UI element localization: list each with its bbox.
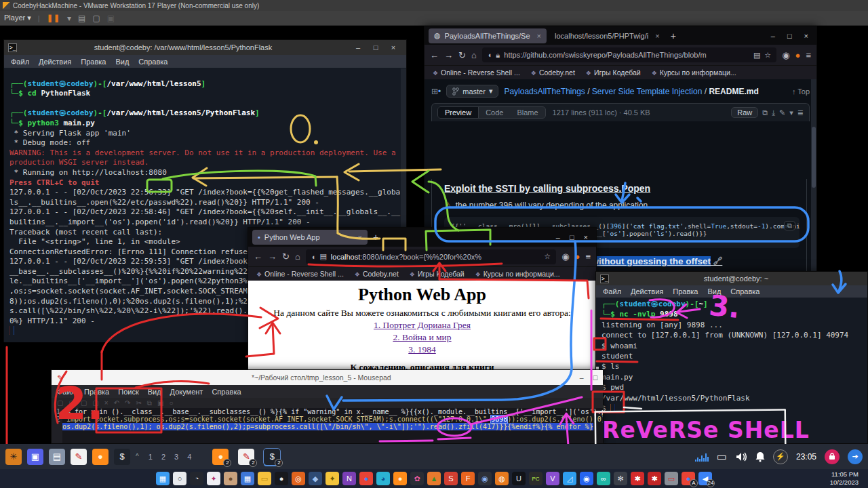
dark-app-icon[interactable]: ● (275, 472, 288, 485)
heading-subprocess-popen[interactable]: Exploit the SSTI by calling subprocess.P… (444, 183, 650, 194)
show-desktop-icon[interactable]: ▣ (27, 449, 43, 465)
bookmark-item[interactable]: Курсы по информаци... (475, 270, 560, 278)
new-tab-button[interactable]: + (671, 30, 676, 41)
menu-icon[interactable]: ≡ (806, 50, 811, 60)
breadcrumb-repo[interactable]: PayloadsAllTheThings (504, 87, 585, 96)
terminal-titlebar[interactable]: >_ student@codeby: /var/www/html/lesson5… (4, 40, 406, 55)
raw-button[interactable]: Raw (731, 107, 758, 118)
pause-vm-button[interactable]: ❚❚ (47, 14, 60, 22)
menu-item[interactable]: Вид (707, 287, 721, 296)
firefox-icon[interactable]: ● (92, 449, 108, 465)
back-button[interactable]: ← (254, 251, 262, 262)
mousepad-titlebar[interactable]: ✎ *~/Рабочий стол/tmp_lesson_5 - Mousepa… (52, 370, 603, 385)
maximize-button[interactable]: □ (787, 32, 792, 40)
tab-preview[interactable]: Preview (438, 107, 479, 118)
menu-item[interactable]: Действия (631, 287, 663, 296)
menu-item[interactable]: Файл (603, 287, 621, 296)
bookmark-item[interactable]: Игры Кодебай (410, 270, 465, 278)
download-icon[interactable]: ⤓ (772, 108, 775, 117)
workspace-switcher[interactable]: 1 2 3 4 (149, 453, 195, 461)
new-tab-button[interactable]: + (373, 232, 378, 243)
reload-button[interactable]: ↻ (458, 50, 466, 60)
unreal-icon[interactable]: U (512, 472, 526, 485)
photos-app-icon[interactable]: ✿ (410, 472, 424, 485)
book-link[interactable]: 3. 1984 (248, 344, 596, 355)
menu-item[interactable]: Файл (57, 388, 75, 396)
fullscreen-icon[interactable]: ▢ (92, 14, 100, 23)
back-button[interactable]: ← (430, 50, 439, 60)
blender-icon[interactable]: ◍ (495, 472, 509, 485)
bookmark-item[interactable]: Online - Reverse Shell ... (433, 68, 520, 77)
close-button[interactable]: × (384, 43, 402, 52)
account-icon[interactable]: ● (575, 251, 580, 262)
menu-item[interactable]: Правка (673, 287, 698, 296)
close-tab-icon[interactable]: × (358, 233, 362, 241)
book-link[interactable]: 1. Портрет Дориана Грея (248, 320, 596, 331)
network-graph-icon[interactable] (695, 452, 709, 462)
map-pin-icon[interactable]: ◉ (580, 472, 593, 485)
maximize-button[interactable]: □ (570, 233, 574, 241)
menu-item[interactable]: Правка (84, 388, 109, 396)
visual-studio-icon[interactable]: V (546, 472, 559, 485)
home-button[interactable]: ⌂ (471, 50, 477, 60)
shield-icon[interactable]: ◖ (311, 253, 316, 261)
menu-item[interactable]: Файл (11, 58, 29, 66)
calendar-icon[interactable]: ▦ (241, 472, 254, 485)
terminal-icon[interactable]: $ (114, 449, 130, 465)
s-app-icon[interactable]: S (444, 472, 458, 485)
account-icon[interactable]: ● (795, 50, 801, 60)
f-app-icon[interactable]: F (461, 472, 475, 485)
top-link[interactable]: ↑ Top (792, 87, 810, 96)
menu-item[interactable]: Поиск (118, 388, 138, 396)
edit-pencil-icon[interactable]: ✎ (779, 108, 785, 117)
vscode-icon[interactable]: ◿ (563, 472, 576, 485)
bookmark-item[interactable]: Курсы по информаци... (652, 68, 736, 77)
display-icon[interactable]: ▭ (717, 450, 727, 463)
menu-item[interactable]: Справка (138, 58, 167, 66)
close-button[interactable]: × (804, 32, 808, 40)
url-bar[interactable]: ◖ 🔒︎ https://github.com/swisskyrepo/Payl… (482, 47, 776, 62)
outline-icon[interactable]: ≣ (797, 108, 804, 117)
forward-button[interactable]: → (444, 50, 453, 60)
camera-app-icon[interactable]: ◉ (478, 472, 492, 485)
volume-icon[interactable] (735, 451, 747, 462)
menu-item[interactable]: Правка (81, 58, 106, 66)
undo-icon[interactable]: ↶ (114, 399, 119, 407)
carrot-app-icon[interactable]: ▲ (427, 472, 441, 485)
firefox-icon[interactable]: ● (393, 472, 407, 485)
minimize-button[interactable]: – (580, 373, 584, 382)
tab-code[interactable]: Code (479, 107, 510, 118)
file-manager-icon[interactable]: ▤ (49, 449, 65, 465)
screen-lock-icon[interactable] (825, 449, 840, 464)
edge-icon[interactable]: ◕ (376, 472, 390, 485)
menu-item[interactable]: Справка (730, 287, 760, 296)
player-menu[interactable]: Player ▾ (4, 14, 31, 22)
app-menu-icon[interactable]: ✳ (5, 449, 22, 465)
cut-icon[interactable]: ✂ (136, 399, 141, 407)
url-bar[interactable]: ◖ ▤ localhost:8080/index?book={%%20for%2… (306, 249, 556, 264)
mousepad-editor[interactable]: 12 {% for x in ().__class__.__base__.__s… (52, 408, 603, 443)
search-icon[interactable]: ○ (169, 399, 173, 407)
copy-icon[interactable]: ⧉ (147, 399, 152, 407)
red-gear2-icon[interactable]: ✱ (648, 472, 661, 485)
menu-item[interactable]: Документ (170, 388, 203, 396)
paste-icon[interactable]: ▣ (157, 399, 163, 407)
pause-caret[interactable]: ▾ (67, 14, 71, 23)
chrome-profile-icon[interactable]: ●A (682, 472, 695, 485)
save-icon[interactable]: ▢ (81, 399, 87, 407)
firefox-window[interactable]: ●2 (212, 449, 229, 465)
forward-button[interactable]: → (268, 251, 277, 262)
menu-item[interactable]: Справка (212, 388, 241, 396)
notification-bell-icon[interactable] (755, 451, 765, 462)
slack-icon[interactable]: ✦ (207, 472, 220, 485)
show-hidden-icon[interactable]: ^ (136, 453, 139, 460)
vm-clock[interactable]: 23:05 (796, 452, 816, 462)
power-manager-icon[interactable]: ⚡ (773, 449, 788, 464)
host-clock[interactable]: 11:05 PM 10/2/2023 (830, 470, 859, 487)
terminal-titlebar[interactable]: >_ student@codeby: ~ (596, 272, 867, 285)
file-tree-icon[interactable]: ⊞• (431, 87, 441, 96)
mousepad-window[interactable]: ✎2 (238, 449, 254, 465)
book-link[interactable]: 2. Война и мир (248, 332, 596, 343)
redo-icon[interactable]: ↷ (125, 399, 130, 407)
assistant-icon[interactable]: ● (224, 472, 237, 485)
